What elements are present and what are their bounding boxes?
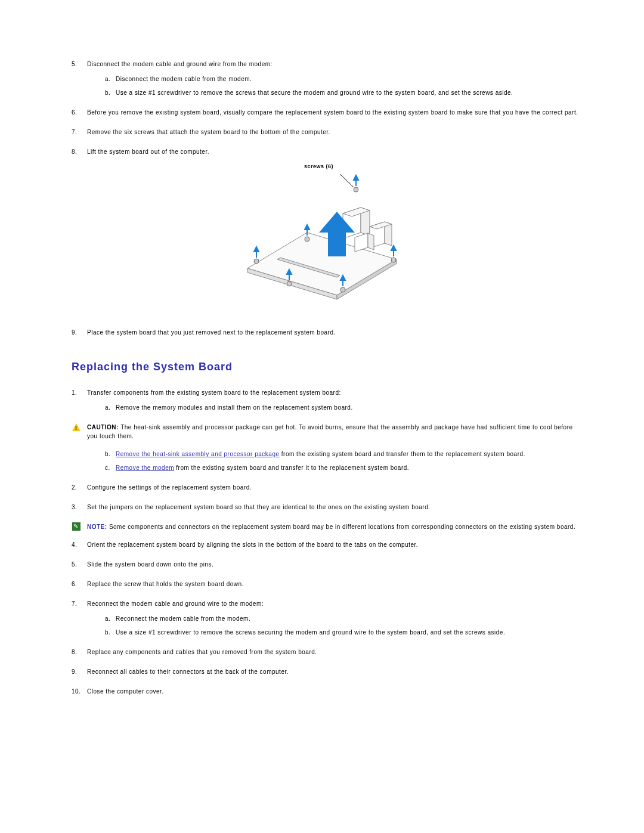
caution-text-wrap: CAUTION: The heat-sink assembly and proc… [87, 423, 578, 441]
caution-label: CAUTION: [87, 424, 120, 431]
step-number: 2. [72, 483, 77, 492]
diagram-svg [218, 167, 432, 310]
r-step-1-substeps-a: a. Remove the memory modules and install… [87, 403, 578, 412]
r-step-2: 2. Configure the settings of the replace… [72, 483, 578, 492]
substep-letter: a. [105, 403, 110, 412]
svg-marker-14 [254, 247, 259, 252]
r-step-9: 9. Reconnect all cables to their connect… [72, 667, 578, 676]
removal-step-9-list: 9. Place the system board that you just … [72, 328, 578, 337]
r-step-1a: a. Remove the memory modules and install… [105, 403, 578, 412]
caution-callout: CAUTION: The heat-sink assembly and proc… [72, 423, 578, 441]
step-text: Configure the settings of the replacemen… [87, 484, 252, 491]
caution-text: The heat-sink assembly and processor pac… [87, 424, 573, 439]
r-step-5: 5. Slide the system board down onto the … [72, 560, 578, 569]
r-step-1-substeps-bc: b. Remove the heat-sink assembly and pro… [87, 450, 578, 472]
step-text: Replace any components and cables that y… [87, 649, 317, 655]
substep-text: Reconnect the modem cable from the modem… [116, 615, 250, 622]
modem-link[interactable]: Remove the modem [116, 465, 174, 471]
r-steps-4-10: 4. Orient the replacement system board b… [72, 540, 578, 696]
step-number: 7. [72, 128, 77, 137]
step-5b: b. Use a size #1 screwdriver to remove t… [105, 88, 578, 97]
step-text: Slide the system board down onto the pin… [87, 561, 213, 568]
step-number: 8. [72, 147, 77, 156]
step-text: Lift the system board out of the compute… [87, 148, 209, 155]
step-9: 9. Place the system board that you just … [72, 328, 578, 337]
substep-tail: from the existing system board and trans… [174, 465, 409, 471]
step-text: Reconnect all cables to their connectors… [87, 668, 289, 675]
substep-letter: a. [105, 75, 110, 83]
system-board-diagram: screws (6) [218, 167, 432, 310]
note-text-wrap: NOTE: Some components and connectors on … [87, 522, 578, 531]
diagram-screws-label: screws (6) [304, 163, 333, 169]
note-label: NOTE: [87, 524, 109, 530]
r-step-4: 4. Orient the replacement system board b… [72, 540, 578, 549]
step-text: Disconnect the modem cable and ground wi… [87, 61, 273, 67]
substep-letter: b. [105, 628, 110, 637]
step-7: 7. Remove the six screws that attach the… [72, 128, 578, 137]
substep-letter: a. [105, 614, 110, 623]
svg-point-30 [287, 281, 292, 286]
step-5a: a. Disconnect the modem cable from the m… [105, 75, 578, 83]
step-6: 6. Before you remove the existing system… [72, 108, 578, 117]
step-number: 5. [72, 60, 77, 69]
r-step-1-bc-wrapper: b. Remove the heat-sink assembly and pro… [72, 450, 578, 472]
svg-marker-20 [391, 246, 396, 250]
svg-marker-10 [368, 233, 374, 250]
replacing-steps-list: 1. Transfer components from the existing… [72, 388, 578, 412]
r-step-1b: b. Remove the heat-sink assembly and pro… [105, 450, 578, 459]
svg-marker-16 [305, 225, 309, 230]
step-text: Transfer components from the existing sy… [87, 389, 341, 396]
removal-steps-list: 5. Disconnect the modem cable and ground… [72, 60, 578, 156]
step-number: 6. [72, 108, 77, 117]
step-5: 5. Disconnect the modem cable and ground… [72, 60, 578, 97]
step-number: 3. [72, 503, 77, 512]
step-text: Before you remove the existing system bo… [87, 109, 578, 116]
heatsink-link[interactable]: Remove the heat-sink assembly and proces… [116, 451, 280, 457]
step-8: 8. Lift the system board out of the comp… [72, 147, 578, 156]
step-number: 7. [72, 599, 77, 608]
svg-point-28 [391, 258, 396, 262]
substep-text: Use a size #1 screwdriver to remove the … [116, 629, 505, 636]
substep-text: Use a size #1 screwdriver to remove the … [116, 89, 513, 96]
step-number: 9. [72, 328, 77, 337]
r-step-10: 10. Close the computer cover. [72, 687, 578, 696]
r-step-7a: a. Reconnect the modem cable from the mo… [105, 614, 578, 623]
r-step-1-bc-item: b. Remove the heat-sink assembly and pro… [72, 450, 578, 472]
note-text: Some components and connectors on the re… [109, 524, 575, 530]
step-number: 1. [72, 388, 77, 397]
step-number: 6. [72, 580, 77, 589]
step-5-substeps: a. Disconnect the modem cable from the m… [87, 75, 578, 97]
step-text: Orient the replacement system board by a… [87, 541, 418, 548]
substep-tail: from the existing system board and trans… [280, 451, 525, 457]
r-step-1: 1. Transfer components from the existing… [72, 388, 578, 412]
r-step-6: 6. Replace the screw that holds the syst… [72, 580, 578, 589]
r-step-7: 7. Reconnect the modem cable and ground … [72, 599, 578, 637]
svg-marker-18 [354, 175, 358, 180]
svg-point-27 [354, 187, 358, 192]
svg-point-25 [254, 259, 259, 264]
step-number: 8. [72, 648, 77, 657]
substep-letter: b. [105, 450, 110, 459]
step-number: 5. [72, 560, 77, 569]
svg-point-26 [305, 237, 309, 241]
r-step-7-substeps: a. Reconnect the modem cable from the mo… [87, 614, 578, 637]
section-heading-replacing: Replacing the System Board [72, 361, 578, 373]
substep-text: Remove the memory modules and install th… [116, 404, 353, 411]
r-step-8: 8. Replace any components and cables tha… [72, 648, 578, 657]
svg-line-31 [340, 174, 354, 187]
page-content: 5. Disconnect the modem cable and ground… [0, 0, 644, 833]
step-text: Replace the screw that holds the system … [87, 581, 244, 587]
substep-text: Disconnect the modem cable from the mode… [116, 76, 252, 82]
note-callout: NOTE: Some components and connectors on … [72, 522, 578, 531]
svg-point-29 [340, 287, 345, 292]
step-text: Remove the six screws that attach the sy… [87, 129, 330, 135]
r-step-1c: c. Remove the modem from the existing sy… [105, 463, 578, 472]
step-number: 4. [72, 540, 77, 549]
r-steps-2-3: 2. Configure the settings of the replace… [72, 483, 578, 512]
substep-letter: b. [105, 88, 110, 97]
svg-marker-9 [355, 233, 368, 252]
step-text: Place the system board that you just rem… [87, 329, 336, 336]
r-step-7b: b. Use a size #1 screwdriver to remove t… [105, 628, 578, 637]
step-number: 9. [72, 667, 77, 676]
step-text: Reconnect the modem cable and ground wir… [87, 600, 264, 607]
